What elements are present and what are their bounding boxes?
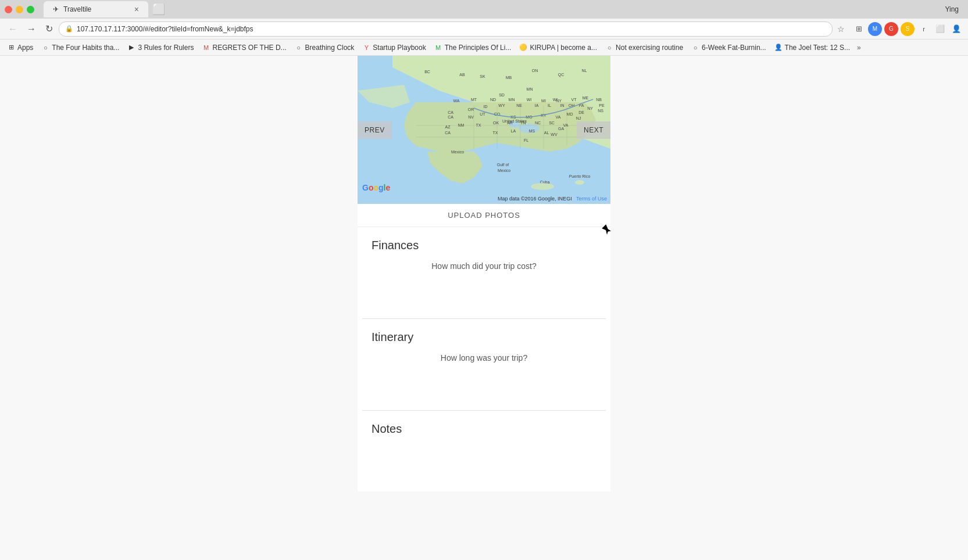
bookmark-9-icon: ○ bbox=[691, 44, 699, 52]
bookmarks-bar: ⊞ Apps ○ The Four Habits tha... ▶ 3 Rule… bbox=[0, 40, 968, 56]
map-prev-button[interactable]: PREV bbox=[358, 121, 392, 139]
svg-text:WA: WA bbox=[453, 99, 459, 103]
map-next-button[interactable]: NEXT bbox=[577, 121, 610, 139]
bookmark-6-icon: M bbox=[434, 44, 442, 52]
new-tab-button[interactable]: ⬜ bbox=[151, 1, 167, 17]
tab-close-button[interactable]: × bbox=[134, 5, 139, 14]
svg-text:ID: ID bbox=[484, 105, 488, 109]
bookmark-7[interactable]: 🟡 KIRUPA | become a... bbox=[517, 42, 599, 53]
map-background: United States CA NV UT CO KS MO KY VA MD… bbox=[358, 56, 610, 204]
minimize-window-button[interactable] bbox=[16, 6, 23, 13]
back-button[interactable]: ← bbox=[5, 21, 21, 37]
bookmark-1[interactable]: ○ The Four Habits tha... bbox=[39, 42, 122, 53]
map-attribution: Map data ©2016 Google, INEGI Terms of Us… bbox=[498, 196, 607, 202]
svg-text:VA: VA bbox=[563, 123, 569, 127]
svg-text:Gulf of: Gulf of bbox=[497, 163, 509, 167]
svg-text:QC: QC bbox=[558, 73, 565, 77]
svg-text:MB: MB bbox=[506, 76, 512, 80]
svg-text:NY: NY bbox=[587, 106, 593, 110]
svg-text:WI: WI bbox=[527, 98, 532, 102]
bookmark-10-label: The Joel Test: 12 S... bbox=[785, 44, 851, 52]
finances-section: Finances How much did your trip cost? bbox=[358, 227, 610, 318]
user-accounts-button[interactable]: 👤 bbox=[949, 22, 963, 36]
svg-text:MI: MI bbox=[541, 99, 546, 103]
itinerary-question: How long was your trip? bbox=[372, 353, 596, 362]
bookmark-4-label: Breathing Clock bbox=[305, 44, 355, 52]
svg-text:UT: UT bbox=[480, 112, 485, 116]
bookmark-9[interactable]: ○ 6-Week Fat-Burnin... bbox=[689, 42, 768, 53]
svg-text:PE: PE bbox=[599, 103, 605, 107]
svg-text:VT: VT bbox=[571, 98, 577, 102]
address-text: 107.170.17.117:3000/#/editor?tileId=from… bbox=[77, 25, 826, 33]
svg-text:IL: IL bbox=[548, 103, 551, 107]
finances-input[interactable] bbox=[372, 278, 596, 307]
bookmark-1-label: The Four Habits tha... bbox=[52, 44, 119, 52]
bookmark-apps-label: Apps bbox=[17, 44, 33, 52]
bookmark-5[interactable]: Y Startup Playbook bbox=[360, 42, 428, 53]
itinerary-section: Itinerary How long was your trip? bbox=[358, 319, 610, 410]
svg-text:NC: NC bbox=[535, 121, 541, 125]
svg-text:NE: NE bbox=[516, 103, 522, 107]
extensions-panel-button[interactable]: ⬜ bbox=[933, 22, 947, 36]
svg-text:NL: NL bbox=[582, 69, 587, 73]
map-data-text: Map data ©2016 Google, INEGI bbox=[498, 196, 572, 202]
close-window-button[interactable] bbox=[5, 6, 12, 13]
bookmark-2[interactable]: ▶ 3 Rules for Rulers bbox=[125, 42, 196, 53]
terms-of-use-link[interactable]: Terms of Use bbox=[576, 196, 607, 202]
svg-text:MT: MT bbox=[471, 98, 477, 102]
svg-text:MN: MN bbox=[527, 87, 533, 91]
more-bookmarks-button[interactable]: » bbox=[857, 44, 861, 52]
svg-text:CA: CA bbox=[448, 110, 453, 114]
svg-text:OR: OR bbox=[468, 107, 474, 112]
bookmark-10-icon: 👤 bbox=[774, 44, 783, 52]
bookmark-3-label: REGRETS OF THE D... bbox=[212, 44, 286, 52]
svg-text:AZ: AZ bbox=[445, 125, 451, 129]
bookmark-8-icon: ○ bbox=[605, 44, 613, 52]
svg-text:IA: IA bbox=[535, 103, 539, 107]
tab-favicon: ✈ bbox=[53, 5, 59, 13]
svg-text:DE: DE bbox=[578, 110, 584, 114]
reload-button[interactable]: ↻ bbox=[42, 21, 56, 37]
svg-text:SD: SD bbox=[499, 93, 505, 97]
svg-point-77 bbox=[531, 183, 554, 190]
svg-text:Mexico: Mexico bbox=[498, 168, 510, 173]
address-bar[interactable]: 🔒 107.170.17.117:3000/#/editor?tileId=fr… bbox=[59, 21, 833, 37]
profile-icon-2[interactable]: G bbox=[884, 22, 898, 36]
svg-text:IN: IN bbox=[560, 103, 565, 107]
svg-text:NB: NB bbox=[596, 98, 602, 102]
bookmark-10[interactable]: 👤 The Joel Test: 12 S... bbox=[772, 42, 853, 53]
bookmark-3[interactable]: M REGRETS OF THE D... bbox=[199, 42, 288, 53]
itinerary-input[interactable] bbox=[372, 369, 596, 399]
main-content: United States CA NV UT CO KS MO KY VA MD… bbox=[0, 56, 968, 560]
notes-input[interactable] bbox=[372, 445, 596, 480]
finances-title: Finances bbox=[372, 239, 596, 252]
svg-text:ND: ND bbox=[490, 98, 496, 102]
profile-icon-1[interactable]: M bbox=[868, 22, 882, 36]
bookmark-4[interactable]: ○ Breathing Clock bbox=[292, 42, 357, 53]
bookmark-apps[interactable]: ⊞ Apps bbox=[5, 42, 35, 53]
map-svg: United States CA NV UT CO KS MO KY VA MD… bbox=[358, 56, 610, 204]
extensions-button[interactable]: ⊞ bbox=[852, 22, 866, 36]
bookmark-star-button[interactable]: ☆ bbox=[835, 24, 847, 34]
bookmark-8[interactable]: ○ Not exercising routine bbox=[603, 42, 685, 53]
svg-text:AB: AB bbox=[459, 73, 465, 77]
svg-text:NJ: NJ bbox=[576, 116, 581, 120]
svg-text:ON: ON bbox=[532, 69, 538, 73]
upload-photos-button[interactable]: UPLOAD PHOTOS bbox=[358, 204, 610, 227]
active-tab[interactable]: ✈ Traveltile × bbox=[44, 1, 148, 17]
svg-text:MS: MS bbox=[529, 129, 535, 133]
finances-question: How much did your trip cost? bbox=[372, 261, 596, 271]
svg-text:MN: MN bbox=[509, 98, 515, 102]
map-section: United States CA NV UT CO KS MO KY VA MD… bbox=[358, 56, 610, 204]
svg-text:CA: CA bbox=[448, 115, 453, 119]
svg-text:MD: MD bbox=[567, 112, 573, 116]
window-controls bbox=[5, 6, 34, 13]
bookmark-2-icon: ▶ bbox=[127, 44, 135, 52]
maximize-window-button[interactable] bbox=[27, 6, 34, 13]
profile-icon-3[interactable]: S bbox=[901, 22, 915, 36]
bookmark-6[interactable]: M The Principles Of Li... bbox=[432, 42, 514, 53]
r-button[interactable]: r bbox=[917, 22, 931, 36]
svg-text:TN: TN bbox=[520, 121, 526, 125]
bookmark-5-icon: Y bbox=[362, 44, 370, 52]
forward-button[interactable]: → bbox=[23, 21, 40, 37]
